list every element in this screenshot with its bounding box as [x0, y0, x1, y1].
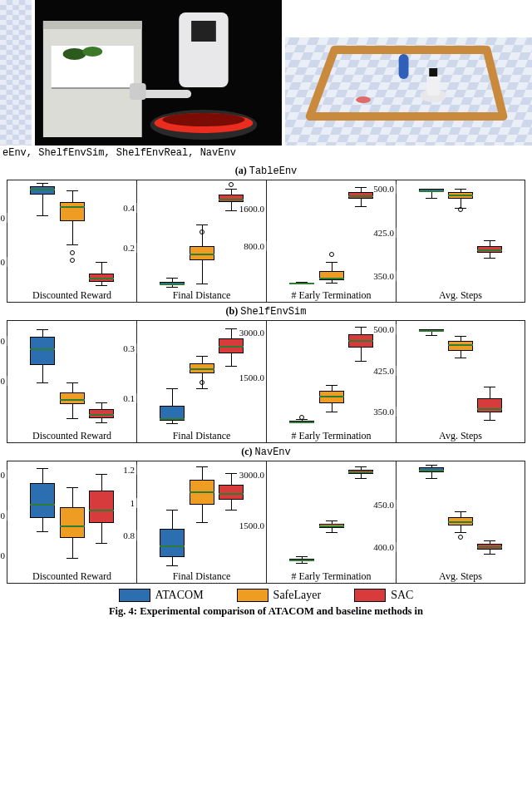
box-sac [477, 398, 502, 413]
box-atacom [30, 337, 55, 364]
svg-point-10 [82, 47, 102, 57]
svg-rect-3 [0, 0, 32, 146]
ytick-label: 500.0 [373, 184, 396, 194]
figure-caption-text: Fig. 4: Experimental comparison of ATACO… [109, 605, 423, 617]
scene-tableenv [0, 0, 35, 146]
subcaption-c: (c) NavEnv [0, 443, 532, 459]
ytick-label: 425.0 [373, 366, 396, 376]
svg-rect-14 [130, 83, 146, 100]
ytick-label: 300.0 [0, 213, 7, 223]
xaxis-label: # Early Termination [267, 428, 396, 442]
chart-avg-steps: 350.0425.0500.0Avg. Steps [396, 321, 525, 442]
xaxis-label: # Early Termination [267, 288, 396, 302]
ytick-label: 350.0 [373, 407, 396, 417]
chart--early-termination: 1500.03000.0# Early Termination [266, 321, 396, 442]
chart-discounted-reward: 200.0400.0Discounted Reward [7, 321, 136, 442]
box-sac [219, 485, 244, 500]
ytick-label: -300.0 [0, 550, 7, 560]
chart-panel-navenv: -300.00.0300.0Discounted Reward0.811.2Fi… [7, 461, 525, 584]
xaxis-label: Discounted Reward [7, 569, 136, 583]
env-names-caption: eEnv, ShelfEnvSim, ShelfEnvReal, NavEnv [0, 146, 532, 162]
box-atacom [160, 529, 185, 557]
svg-rect-8 [52, 87, 134, 89]
chart-discounted-reward: 150.0300.0Discounted Reward [7, 180, 136, 302]
legend-label-sac: SAC [391, 589, 413, 602]
scene-shelfenv-real [35, 0, 285, 146]
chart-discounted-reward: -300.00.0300.0Discounted Reward [7, 461, 136, 583]
legend-swatch-atacom [119, 589, 150, 602]
chart-panel-shelfenvsim: 200.0400.0Discounted Reward0.10.3Final D… [7, 320, 525, 443]
xaxis-label: Avg. Steps [397, 569, 525, 583]
xaxis-label: Avg. Steps [397, 288, 525, 302]
ytick-label: 3000.0 [239, 328, 266, 338]
subcaption-b-env: ShelfEnvSim [240, 306, 306, 318]
svg-rect-25 [399, 54, 409, 79]
ytick-label: 200.0 [0, 376, 7, 386]
ytick-label: 1.2 [123, 465, 136, 475]
chart-panel-tableenv: 150.0300.0Discounted Reward0.20.4Final D… [7, 180, 525, 303]
svg-rect-28 [429, 68, 437, 76]
xaxis-label: Final Distance [137, 428, 266, 442]
ytick-label: 800.0 [244, 241, 266, 251]
scene-images-row [0, 0, 532, 146]
ytick-label: 1500.0 [239, 372, 266, 382]
ytick-label: 1 [131, 498, 137, 508]
ytick-label: 0.3 [123, 343, 136, 353]
legend-item-safelayer: SafeLayer [237, 589, 322, 602]
ytick-label: 0.1 [123, 393, 136, 403]
box-atacom [30, 483, 55, 518]
legend: ATACOM SafeLayer SAC [0, 584, 532, 604]
svg-rect-6 [43, 21, 142, 29]
subcaption-c-letter: (c) [241, 446, 252, 457]
ytick-label: 1600.0 [239, 204, 266, 214]
chart-avg-steps: 350.0425.0500.0Avg. Steps [396, 180, 525, 302]
xaxis-label: Final Distance [137, 288, 266, 302]
legend-swatch-sac [354, 589, 386, 602]
svg-rect-27 [426, 75, 440, 96]
ytick-label: 350.0 [373, 271, 396, 281]
ytick-label: 500.0 [373, 324, 396, 334]
ytick-label: 0.4 [123, 203, 136, 213]
legend-item-atacom: ATACOM [119, 589, 204, 602]
svg-rect-21 [285, 0, 532, 37]
legend-item-sac: SAC [354, 589, 413, 602]
ytick-label: 0.8 [123, 530, 136, 540]
subcaption-a: (a) TableEnv [0, 162, 532, 178]
ytick-label: 400.0 [373, 542, 396, 552]
svg-point-17 [162, 113, 244, 126]
ytick-label: 0.2 [123, 243, 136, 253]
subcaption-c-env: NavEnv [255, 446, 291, 458]
box-safelayer [60, 507, 85, 538]
chart--early-termination: 1500.03000.0# Early Termination [266, 461, 396, 583]
svg-point-9 [63, 48, 86, 60]
ytick-label: 0.0 [0, 511, 7, 520]
figure-caption: Fig. 4: Experimental comparison of ATACO… [0, 604, 532, 618]
ytick-label: 3000.0 [239, 470, 266, 480]
ytick-label: 300.0 [0, 470, 7, 480]
subcaption-b: (b) ShelfEnvSim [0, 303, 532, 318]
box-safelayer [190, 246, 214, 260]
box-sac [89, 491, 114, 523]
ytick-label: 150.0 [0, 257, 7, 267]
chart-avg-steps: 400.0450.0Avg. Steps [396, 461, 525, 583]
subcaption-a-letter: (a) [235, 165, 247, 176]
svg-point-24 [356, 96, 371, 103]
legend-swatch-safelayer [237, 589, 268, 602]
subcaption-a-env: TableEnv [249, 165, 298, 177]
ytick-label: 400.0 [0, 336, 7, 346]
chart--early-termination: 800.01600.0# Early Termination [266, 180, 396, 302]
xaxis-label: Discounted Reward [7, 288, 136, 302]
xaxis-label: # Early Termination [267, 569, 396, 583]
box-safelayer [60, 202, 85, 221]
ytick-label: 425.0 [373, 228, 396, 238]
ytick-label: 450.0 [373, 500, 396, 510]
xaxis-label: Avg. Steps [397, 428, 525, 442]
legend-label-atacom: ATACOM [155, 589, 204, 602]
box-safelayer [60, 392, 85, 404]
scene-navenv [285, 0, 532, 146]
xaxis-label: Final Distance [137, 569, 266, 583]
ytick-label: 1500.0 [239, 520, 266, 530]
xaxis-label: Discounted Reward [7, 428, 136, 442]
subcaption-b-letter: (b) [226, 305, 239, 317]
legend-label-safelayer: SafeLayer [273, 589, 322, 602]
